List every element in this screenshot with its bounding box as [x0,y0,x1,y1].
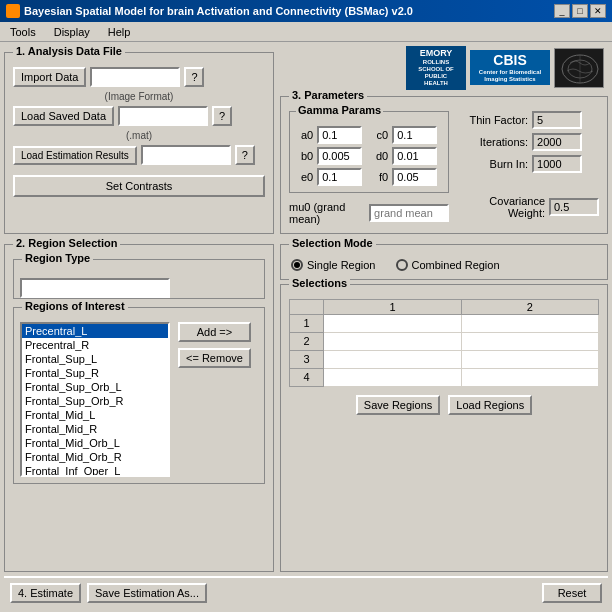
table-row: 1 [290,314,599,332]
top-section: 1. Analysis Data File Import Data ? (Ima… [4,46,608,234]
add-remove-area: Add => <= Remove [178,322,251,368]
maximize-button[interactable]: □ [572,4,588,18]
load-regions-button[interactable]: Load Regions [448,395,532,415]
row2-header: 2 [290,332,324,350]
mu0-row: mu0 (grand mean) [289,201,449,225]
cell-4-2[interactable] [461,368,598,386]
list-item[interactable]: Frontal_Sup_L [22,352,168,366]
main-content: 1. Analysis Data File Import Data ? (Ima… [0,42,612,612]
c0-label: c0 [371,129,388,141]
cbis-logo: CBIS Center for Biomedical Imaging Stati… [470,50,550,85]
a0-input[interactable] [317,126,362,144]
cbis-subtitle: Center for Biomedical Imaging Statistics [474,69,546,83]
list-item[interactable]: Precentral_L [22,324,168,338]
list-item[interactable]: Frontal_Sup_Orb_L [22,380,168,394]
region-type-panel: Region Type [13,259,265,299]
menu-display[interactable]: Display [50,25,94,39]
load-saved-button[interactable]: Load Saved Data [13,106,114,126]
emory-sub3: PUBLIC [410,73,462,80]
e0-input[interactable] [317,168,362,186]
cell-3-1[interactable] [324,350,461,368]
menu-help[interactable]: Help [104,25,135,39]
menu-tools[interactable]: Tools [6,25,40,39]
minimize-button[interactable]: _ [554,4,570,18]
import-data-sub: (Image Format) [13,91,265,102]
cell-1-2[interactable] [461,314,598,332]
list-item[interactable]: Frontal_Sup_R [22,366,168,380]
params-left: Gamma Params a0 c0 b0 d0 e0 [289,111,449,225]
remove-button[interactable]: <= Remove [178,348,251,368]
emory-sub1: ROLLINS [410,59,462,66]
iterations-label: Iterations: [463,136,528,148]
list-item[interactable]: Precentral_R [22,338,168,352]
covariance-row: Covariance Weight: [463,195,599,219]
list-item[interactable]: Frontal_Mid_Orb_L [22,436,168,450]
params-panel-title: 3. Parameters [289,89,367,101]
import-data-button[interactable]: Import Data [13,67,86,87]
save-load-row: Save Regions Load Regions [289,395,599,415]
list-item[interactable]: Frontal_Inf_Oper_L [22,464,168,477]
load-estimation-button[interactable]: Load Estimation Results [13,146,137,165]
c0-input[interactable] [392,126,437,144]
close-button[interactable]: ✕ [590,4,606,18]
set-contrasts-button[interactable]: Set Contrasts [13,175,265,197]
list-item[interactable]: Frontal_Sup_Orb_R [22,394,168,408]
import-data-input[interactable] [90,67,180,87]
load-estimation-input[interactable] [141,145,231,165]
load-est-row: Load Estimation Results ? [13,145,265,165]
emory-sub4: HEALTH [410,80,462,87]
header-logos: EMORY ROLLINS SCHOOL OF PUBLIC HEALTH CB… [280,46,608,90]
load-estimation-help-button[interactable]: ? [235,145,255,165]
covariance-input[interactable] [549,198,599,216]
app-icon [6,4,20,18]
save-estimation-button[interactable]: Save Estimation As... [87,583,207,603]
cell-2-2[interactable] [461,332,598,350]
right-bottom-panels: Selection Mode Single Region Combined Re… [280,244,608,572]
row3-header: 3 [290,350,324,368]
cell-2-1[interactable] [324,332,461,350]
add-button[interactable]: Add => [178,322,251,342]
brain-image [554,48,604,88]
grand-mean-input[interactable] [369,204,449,222]
thin-factor-label: Thin Factor: [463,114,528,126]
combined-region-label: Combined Region [412,259,500,271]
combined-region-radio-group[interactable]: Combined Region [396,259,500,271]
region-panel-title: 2. Region Selection [13,237,120,249]
d0-input[interactable] [392,147,437,165]
cell-1-1[interactable] [324,314,461,332]
load-saved-input[interactable] [118,106,208,126]
thin-factor-input[interactable] [532,111,582,129]
cell-3-2[interactable] [461,350,598,368]
burn-in-row: Burn In: [463,155,599,173]
list-item[interactable]: Frontal_Mid_R [22,422,168,436]
footer-right: Reset [542,583,602,603]
load-saved-help-button[interactable]: ? [212,106,232,126]
list-item[interactable]: Frontal_Mid_L [22,408,168,422]
regions-row: Precentral_L Precentral_R Frontal_Sup_L … [20,322,258,477]
f0-input[interactable] [392,168,437,186]
region-type-input[interactable] [20,278,170,298]
covariance-label: Covariance Weight: [463,195,545,219]
save-regions-button[interactable]: Save Regions [356,395,441,415]
single-region-radio-group[interactable]: Single Region [291,259,376,271]
iterations-input[interactable] [532,133,582,151]
region-listbox[interactable]: Precentral_L Precentral_R Frontal_Sup_L … [20,322,170,477]
estimate-button[interactable]: 4. Estimate [10,583,81,603]
burn-in-input[interactable] [532,155,582,173]
params-panel: 3. Parameters Gamma Params a0 c0 b0 [280,96,608,234]
cell-4-1[interactable] [324,368,461,386]
combined-region-radio[interactable] [396,259,408,271]
reset-button[interactable]: Reset [542,583,602,603]
row1-header: 1 [290,314,324,332]
b0-input[interactable] [317,147,362,165]
single-region-label: Single Region [307,259,376,271]
selections-panel: Selections 1 2 1 [280,284,608,572]
title-bar-text: Bayesian Spatial Model for brain Activat… [6,4,413,18]
region-panel: 2. Region Selection Region Type Regions … [4,244,274,572]
selections-table: 1 2 1 2 [289,299,599,387]
table-row: 2 [290,332,599,350]
e0-label: e0 [296,171,313,183]
import-data-help-button[interactable]: ? [184,67,204,87]
list-item[interactable]: Frontal_Mid_Orb_R [22,450,168,464]
single-region-radio[interactable] [291,259,303,271]
